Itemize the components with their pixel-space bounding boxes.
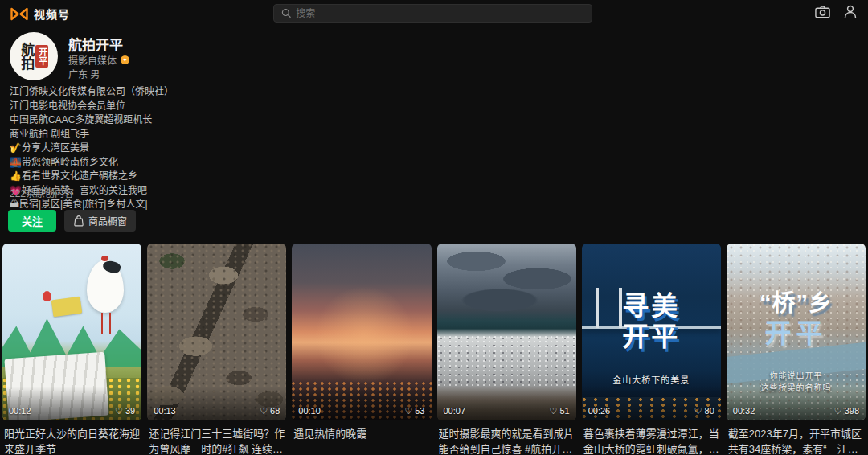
bio-line: 商业航拍 剧组飞手 [10, 128, 174, 142]
video-card[interactable]: 00:10 ♡53 遇见热情的晚霞 [292, 244, 431, 455]
bio-line: 🌉带您领略岭南侨乡文化 [10, 156, 174, 170]
bridge-tower-art [619, 288, 622, 328]
like-count-value: 398 [845, 406, 859, 416]
page-title: 航拍开平 [68, 34, 123, 54]
video-caption[interactable]: 截至2023年7月，开平市城区共有34座桥梁，素有“三江六岸十八桥”之称，“三.… [728, 426, 864, 455]
video-card[interactable]: 00:13 ♡68 还记得江门三十三墟街吗？作为曾风靡一时的#狂飙 连续剧取景地… [147, 244, 286, 455]
video-card[interactable]: 00:07 ♡51 延时摄影最爽的就是看到成片能否给到自己惊喜 #航拍开平 #延… [437, 244, 576, 455]
search-bar[interactable] [273, 4, 592, 23]
like-count: ♡39 [115, 406, 135, 416]
heart-icon: ♡ [404, 407, 412, 416]
video-caption[interactable]: 延时摄影最爽的就是看到成片能否给到自己惊喜 #航拍开平 #延时摄影 [439, 426, 575, 455]
video-duration: 00:10 [298, 406, 321, 416]
like-count: ♡53 [404, 406, 424, 416]
profile-category: 摄影自媒体 ✦ [68, 53, 129, 67]
profile-actions: 关注 商品橱窗 [8, 210, 136, 232]
video-duration: 00:07 [444, 406, 466, 416]
search-input[interactable] [296, 8, 584, 19]
video-card[interactable]: 寻美 开平 金山大桥下的美景 00:26 ♡80 暮色裹挟着薄雾漫过潭江，当金山… [582, 244, 721, 455]
shopping-bag-icon [73, 215, 84, 227]
shop-window-button[interactable]: 商品橱窗 [64, 210, 136, 232]
like-count-value: 68 [270, 406, 280, 416]
top-bar: 视频号 [0, 0, 868, 26]
video-duration: 00:32 [733, 406, 755, 416]
bridge-deck-art [582, 326, 721, 329]
tulip-art [43, 291, 51, 301]
like-count-value: 39 [125, 406, 135, 416]
heart-icon: ♡ [694, 407, 702, 416]
category-label: 摄影自媒体 [68, 53, 117, 67]
thumbnail-title-overlay: 寻美 开平 [582, 291, 721, 352]
camera-icon[interactable] [815, 5, 830, 18]
video-thumbnail[interactable]: 00:13 ♡68 [147, 244, 286, 420]
video-card[interactable]: 00:12 ♡39 阳光正好大沙的向日葵花海迎来盛开季节 [2, 244, 141, 455]
video-thumbnail[interactable]: 寻美 开平 金山大桥下的美景 00:26 ♡80 [582, 244, 721, 420]
brand-name: 视频号 [34, 6, 70, 22]
video-duration: 00:13 [154, 406, 176, 416]
like-count: ♡398 [834, 406, 859, 416]
thumbnail-subtitle: 金山大桥下的美景 [582, 373, 721, 386]
video-thumbnail[interactable]: “桥”乡 开平 你能说出开平 这些桥梁的名称吗 00:32 ♡398 [727, 244, 866, 420]
heart-icon: ♡ [550, 407, 558, 416]
bio-line: 🎷分享大湾区美景 [10, 141, 174, 156]
video-duration: 00:26 [588, 406, 611, 416]
like-count: ♡68 [260, 406, 280, 416]
video-thumbnail[interactable]: 00:07 ♡51 [437, 244, 576, 420]
video-thumbnail[interactable]: 00:10 ♡53 [292, 244, 431, 420]
overlay-title-line: 寻美 [582, 291, 721, 322]
like-count: ♡80 [694, 406, 714, 416]
heart-icon: ♡ [115, 407, 123, 416]
brand: 视频号 [10, 6, 70, 22]
video-caption[interactable]: 阳光正好大沙的向日葵花海迎来盛开季节 [4, 426, 140, 455]
like-count-value: 51 [559, 406, 569, 416]
top-actions [815, 5, 857, 18]
follow-button[interactable]: 关注 [8, 210, 56, 232]
like-count: ♡51 [550, 406, 570, 416]
bridge-tower-art [596, 288, 599, 328]
subtitle-line: 你能说出开平 [727, 370, 866, 382]
bio-line: 👍看看世界文化遗产碉楼之乡 [10, 170, 174, 184]
heart-icon: ♡ [260, 407, 268, 416]
bio-line: 江门电影电视协会会员单位 [10, 100, 174, 114]
profile-icon[interactable] [844, 5, 857, 18]
avatar[interactable]: 航拍 开平 [10, 32, 58, 80]
bird-legs-art [101, 313, 111, 334]
profile-region: 广东 男 [68, 67, 100, 80]
video-caption[interactable]: 遇见热情的晚霞 [293, 426, 429, 441]
video-grid: 00:12 ♡39 阳光正好大沙的向日葵花海迎来盛开季节 00:13 ♡68 还… [0, 244, 868, 455]
bio-line: 江门侨映文化传媒有限公司（侨映社） [10, 85, 174, 100]
channels-logo-icon [10, 7, 29, 21]
video-caption[interactable]: 还记得江门三十三墟街吗？作为曾风靡一时的#狂飙 连续剧取景地，那里至今依... [149, 426, 285, 455]
bio-line: 中国民航CAAC多旋翼超视距机长 [10, 113, 174, 128]
avatar-calligraphy-text: 航拍 [19, 43, 33, 70]
video-caption[interactable]: 暮色裹挟着薄雾漫过潭江，当金山大桥的霓虹刺破氤氲，钢筋铁骨瞬间化作流光... [583, 426, 719, 455]
like-count-value: 80 [705, 406, 714, 416]
city-sprawl-art [437, 335, 576, 388]
video-duration: 00:12 [9, 406, 31, 416]
search-icon [281, 8, 291, 18]
shop-window-label: 商品橱窗 [88, 214, 127, 228]
avatar-seal-text: 开平 [35, 45, 48, 68]
like-count-value: 53 [415, 406, 424, 416]
verified-badge-icon: ✦ [121, 55, 129, 64]
yellow-sign-art [51, 297, 83, 318]
original-content-count: 222条原创内容 [10, 186, 74, 199]
video-card[interactable]: “桥”乡 开平 你能说出开平 这些桥梁的名称吗 00:32 ♡398 截至202… [727, 244, 866, 455]
video-thumbnail[interactable]: 00:12 ♡39 [2, 244, 141, 420]
heart-icon: ♡ [834, 407, 842, 416]
